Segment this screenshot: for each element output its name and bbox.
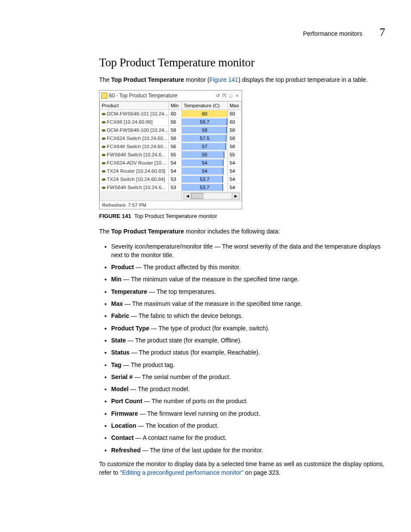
col-min[interactable]: Min xyxy=(169,102,182,110)
table-row[interactable]: ⬬FCX648 Switch [10.24.60...565758 xyxy=(100,143,242,151)
min-cell: 60 xyxy=(169,110,182,118)
refreshed-status: Refreshed- 7:57 PM xyxy=(100,201,242,209)
temperature-cell: 53.7 xyxy=(182,184,228,192)
list-item: Port Count — The number of ports on the … xyxy=(111,397,385,405)
device-icon: ⬬ xyxy=(102,160,106,166)
max-cell: 54 xyxy=(227,175,241,184)
table-row[interactable]: ⬬TX24 Router [10.24.60.83]545454 xyxy=(100,167,242,175)
page-header: Performance monitors 7 xyxy=(17,26,394,39)
list-item: Model — The product model. xyxy=(111,385,385,393)
device-icon: ⬬ xyxy=(102,168,106,174)
product-cell: ⬬FWS648 Switch [10.24.6... xyxy=(100,184,169,192)
min-cell: 53 xyxy=(169,175,182,184)
max-cell: 60 xyxy=(227,110,241,118)
max-cell: 58 xyxy=(227,143,241,151)
list-item: Contact — A contact name for the product… xyxy=(111,433,385,442)
temperature-cell: 54 xyxy=(182,159,228,167)
temperature-cell: 60 xyxy=(182,110,228,118)
temperature-cell: 57.5 xyxy=(182,134,228,143)
maximize-icon[interactable]: □ xyxy=(228,93,234,99)
list-item: State — The product state (for example, … xyxy=(111,336,385,345)
max-cell: 54 xyxy=(227,184,241,192)
min-cell: 58 xyxy=(169,126,182,134)
min-cell: 56 xyxy=(169,143,182,151)
product-cell: ⬬DCM-FWS648-101 [10.24.... xyxy=(100,110,169,118)
min-cell: 54 xyxy=(169,159,182,167)
temperature-cell: 54 xyxy=(182,167,228,175)
temperature-cell: 58.7 xyxy=(182,118,228,126)
list-item: Product Type — The type of product (for … xyxy=(111,324,385,333)
device-icon: ⬬ xyxy=(102,185,106,190)
list-item: Location — The location of the product. xyxy=(111,421,385,430)
scroll-right-icon[interactable]: ▶ xyxy=(232,193,240,199)
product-cell: ⬬FWS648 Switch [10.24.6... xyxy=(100,151,169,159)
product-cell: ⬬FCX624 Switch [10.24.60... xyxy=(100,134,169,143)
table-row[interactable]: ⬬FCX624-ADV Router [10....545454 xyxy=(100,159,242,167)
product-cell: ⬬FCX648 Switch [10.24.60... xyxy=(100,143,169,151)
max-cell: 54 xyxy=(227,159,241,167)
header-section: Performance monitors xyxy=(303,30,362,37)
device-icon: ⬬ xyxy=(102,128,106,133)
table-row[interactable]: ⬬TX24 Switch [10.24.60.84]5353.754 xyxy=(100,175,242,184)
product-cell: ⬬FCX624-ADV Router [10.... xyxy=(100,159,169,167)
col-max[interactable]: Max xyxy=(227,102,241,110)
max-cell: 54 xyxy=(227,167,241,175)
figure-caption: FIGURE 141 Top Product Temperature monit… xyxy=(99,213,385,219)
temperature-cell: 58 xyxy=(182,126,228,134)
device-icon: ⬬ xyxy=(102,177,106,182)
collapse-icon[interactable]: ☈ xyxy=(221,93,227,99)
max-cell: 60 xyxy=(227,118,241,126)
severity-icon xyxy=(101,93,107,99)
device-icon: ⬬ xyxy=(102,152,106,158)
monitor-panel: 60 - Top Product Temperature ↺ ☈ □ × Pro… xyxy=(99,90,242,209)
list-item: Max — The maximum value of the measure i… xyxy=(111,299,385,308)
device-icon: ⬬ xyxy=(102,144,106,149)
min-cell: 53 xyxy=(169,184,182,192)
refresh-icon[interactable]: ↺ xyxy=(215,93,221,99)
product-cell: ⬬FCX88 [10.24.60.88] xyxy=(100,118,169,126)
list-item: Fabric — The fabric to which the device … xyxy=(111,311,385,320)
scroll-left-icon[interactable]: ◀ xyxy=(184,193,191,199)
editing-monitor-link[interactable]: "Editing a preconfigured performance mon… xyxy=(120,469,243,476)
panel-titlebar: 60 - Top Product Temperature ↺ ☈ □ × xyxy=(100,90,242,101)
device-icon: ⬬ xyxy=(102,111,106,117)
table-row[interactable]: ⬬DCM-FWS648-100 [10.24....585858 xyxy=(100,126,242,134)
list-item: Firmware — The firmware level running on… xyxy=(111,409,385,418)
table-row[interactable]: ⬬FWS648 Switch [10.24.6...555555 xyxy=(100,151,242,159)
figure-xref-link[interactable]: Figure 141 xyxy=(209,76,238,83)
product-cell: ⬬TX24 Switch [10.24.60.84] xyxy=(100,175,169,184)
list-item: Temperature — The top temperatures. xyxy=(111,287,385,296)
table-row[interactable]: ⬬FCX88 [10.24.60.88]5658.760 xyxy=(100,118,242,126)
product-cell: ⬬DCM-FWS648-100 [10.24.... xyxy=(100,126,169,134)
closing-paragraph: To customize the monitor to display data… xyxy=(99,460,385,477)
horizontal-scrollbar[interactable]: ◀ ▶ xyxy=(184,193,240,199)
min-cell: 58 xyxy=(169,134,182,143)
panel-title: 60 - Top Product Temperature xyxy=(109,93,215,99)
includes-paragraph: The Top Product Temperature monitor incl… xyxy=(99,227,385,236)
close-icon[interactable]: × xyxy=(234,93,240,99)
list-item: Refreshed — The time of the last update … xyxy=(111,446,385,454)
intro-paragraph: The Top Product Temperature monitor (Fig… xyxy=(99,75,385,84)
min-cell: 55 xyxy=(169,151,182,159)
list-item: Min — The minimum value of the measure i… xyxy=(111,275,385,283)
min-cell: 54 xyxy=(169,167,182,175)
table-row[interactable]: ⬬FCX624 Switch [10.24.60...5857.558 xyxy=(100,134,242,143)
table-row[interactable]: ⬬FWS648 Switch [10.24.6...5353.754 xyxy=(100,184,242,192)
max-cell: 55 xyxy=(227,151,241,159)
product-cell: ⬬TX24 Router [10.24.60.83] xyxy=(100,167,169,175)
table-row[interactable]: ⬬DCM-FWS648-101 [10.24....606060 xyxy=(100,110,242,118)
list-item: Severity icon/temperature/monitor title … xyxy=(111,242,385,260)
temperature-cell: 53.7 xyxy=(182,175,228,184)
list-item: Product — The product affected by this m… xyxy=(111,263,385,271)
temperature-cell: 57 xyxy=(182,143,228,151)
device-icon: ⬬ xyxy=(102,119,106,125)
device-icon: ⬬ xyxy=(102,136,106,141)
col-product[interactable]: Product xyxy=(100,102,169,110)
chapter-number: 7 xyxy=(380,26,385,39)
field-list: Severity icon/temperature/monitor title … xyxy=(99,242,385,454)
col-temp[interactable]: Temperature (C) xyxy=(182,102,228,110)
list-item: Serial # — The serial number of the prod… xyxy=(111,373,385,381)
max-cell: 58 xyxy=(227,126,241,134)
monitor-table: Product Min Temperature (C) Max ⬬DCM-FWS… xyxy=(100,101,242,201)
temperature-cell: 55 xyxy=(182,151,228,159)
